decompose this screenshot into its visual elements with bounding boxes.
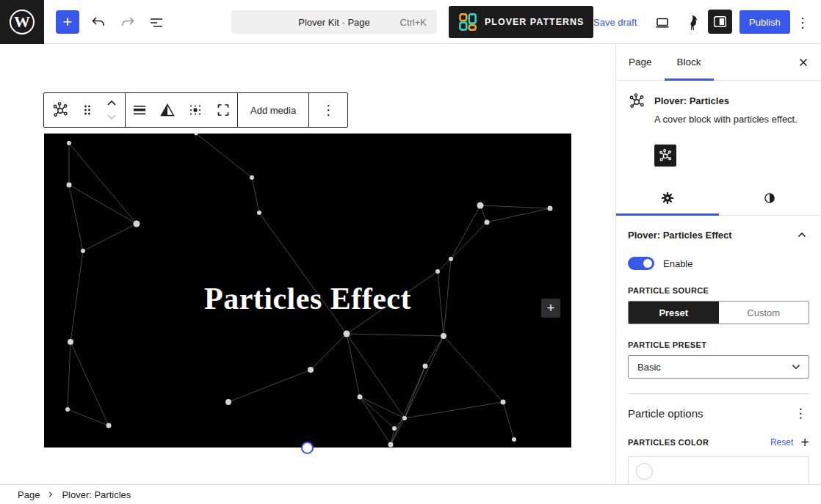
block-card-body: Plover: Particles A cover block with par… — [654, 92, 798, 167]
laptop-icon — [654, 14, 671, 32]
wordpress-w-icon: W — [10, 10, 35, 34]
tab-block[interactable]: Block — [665, 44, 714, 80]
enable-toggle-row: Enable — [628, 257, 809, 270]
tab-styles[interactable] — [719, 181, 821, 215]
toolbar-group-cover — [126, 93, 238, 127]
move-down-button[interactable] — [98, 110, 125, 125]
save-draft-button[interactable]: Save draft — [587, 10, 643, 34]
move-up-button[interactable] — [98, 95, 125, 110]
kebab-icon: ⋮ — [795, 406, 807, 420]
options-menu-button[interactable]: ⋮ — [793, 13, 812, 32]
panel-divider — [628, 393, 809, 394]
align-icon — [131, 101, 148, 119]
particles-block-icon — [658, 148, 673, 163]
block-preview-button[interactable] — [654, 145, 676, 167]
drag-handle[interactable] — [76, 93, 98, 127]
particles-color-row: PARTICLES COLOR Reset + — [628, 435, 809, 450]
source-option-preset[interactable]: Preset — [629, 302, 719, 324]
plus-icon: + — [800, 434, 809, 450]
particles-color-picker[interactable] — [628, 456, 809, 484]
preset-selected-value: Basic — [637, 362, 661, 373]
cover-title[interactable]: Particles Effect — [44, 281, 571, 316]
particles-block-icon — [51, 101, 69, 119]
particles-block-icon — [628, 92, 645, 167]
position-matrix-icon — [187, 101, 204, 119]
align-button[interactable] — [126, 93, 153, 127]
chevron-right-icon — [46, 489, 56, 500]
block-inserter-button[interactable]: + — [56, 10, 79, 34]
close-sidebar-button[interactable] — [795, 54, 812, 71]
particle-options-row: Particle options ⋮ — [628, 404, 809, 422]
chevron-up-icon — [104, 98, 119, 108]
breadcrumb-current-block[interactable]: Plover: Particles — [62, 489, 131, 500]
gear-icon — [659, 190, 676, 206]
toolbar-group-block — [44, 93, 126, 127]
plus-icon: + — [63, 14, 73, 30]
kebab-icon: ⋮ — [796, 16, 809, 29]
preview-button[interactable] — [653, 13, 672, 32]
plus-icon: + — [547, 302, 555, 315]
drag-handle-icon — [79, 101, 96, 119]
reset-color-button[interactable]: Reset — [770, 437, 793, 448]
publish-button[interactable]: Publish — [739, 10, 790, 34]
particle-source-control: Preset Custom — [628, 301, 809, 324]
editor-window: W + Plover Kit · Page Ctrl+K PLOVER PATT… — [0, 0, 821, 504]
settings-sidebar-toggle[interactable] — [708, 10, 732, 34]
document-overview-button[interactable] — [147, 13, 166, 32]
plover-bird-icon — [682, 13, 701, 32]
plover-patterns-icon — [458, 12, 477, 32]
list-view-icon — [148, 14, 165, 32]
plover-patterns-button[interactable]: PLOVER PATTERNS — [449, 6, 593, 38]
undo-button[interactable] — [89, 13, 108, 32]
command-title: Plover Kit · Page — [298, 17, 370, 28]
panel-header[interactable]: Plover: Particles Effect — [628, 227, 809, 242]
redo-button[interactable] — [118, 13, 137, 32]
particle-preset-select[interactable]: Basic — [628, 355, 809, 379]
cover-resize-handle[interactable] — [301, 442, 314, 454]
source-option-custom[interactable]: Custom — [719, 302, 809, 324]
tab-page[interactable]: Page — [616, 44, 665, 80]
toggle-knob — [643, 259, 652, 268]
styles-icon — [762, 190, 778, 206]
chevron-down-icon — [789, 360, 803, 373]
particle-options-title: Particle options — [628, 407, 704, 420]
block-appender-button[interactable]: + — [541, 299, 560, 318]
sidebar-tabs: Page Block — [616, 44, 821, 81]
duotone-filter-button[interactable] — [153, 93, 181, 127]
enable-toggle[interactable] — [628, 257, 654, 270]
particle-preset-label: PARTICLE PRESET — [628, 340, 809, 349]
block-card-title: Plover: Particles — [654, 94, 798, 109]
plover-patterns-label: PLOVER PATTERNS — [485, 17, 584, 27]
tab-settings[interactable] — [616, 181, 719, 215]
add-media-button[interactable]: Add media — [238, 93, 308, 127]
block-toolbar: Add media ⋮ — [43, 92, 348, 128]
chevron-up-icon — [795, 227, 809, 242]
toolbar-group-options: ⋮ — [309, 93, 347, 127]
block-movers — [98, 93, 125, 127]
add-color-button[interactable]: + — [800, 435, 809, 450]
command-shortcut: Ctrl+K — [400, 17, 427, 28]
command-center[interactable]: Plover Kit · Page Ctrl+K — [231, 10, 437, 34]
block-card-description: A cover block with particles effect. — [654, 112, 798, 127]
toolbar-group-media: Add media — [238, 93, 309, 127]
full-height-button[interactable] — [209, 93, 237, 127]
color-swatch-empty[interactable] — [636, 463, 653, 480]
particle-source-label: PARTICLE SOURCE — [628, 286, 809, 295]
sidebar-panel-icon — [713, 15, 727, 29]
cover-block[interactable]: Particles Effect + — [44, 134, 571, 448]
settings-sidebar: Page Block Plover: Particles A cover blo… — [615, 44, 821, 484]
particle-options-menu-button[interactable]: ⋮ — [792, 404, 809, 422]
block-type-button[interactable] — [44, 93, 76, 127]
editor-top-bar: W + Plover Kit · Page Ctrl+K PLOVER PATT… — [0, 0, 821, 44]
breadcrumb-bar: Page Plover: Particles — [0, 484, 821, 504]
enable-label: Enable — [663, 258, 692, 269]
particles-color-label: PARTICLES COLOR — [628, 438, 770, 447]
block-options-button[interactable]: ⋮ — [309, 93, 347, 127]
redo-icon — [119, 14, 137, 32]
content-position-button[interactable] — [181, 93, 209, 127]
chevron-down-icon — [104, 112, 119, 123]
wordpress-logo[interactable]: W — [0, 0, 44, 44]
breadcrumb-page[interactable]: Page — [18, 489, 40, 500]
undo-icon — [90, 14, 107, 32]
editor-canvas: Add media ⋮ Particles Effect + — [0, 44, 615, 484]
